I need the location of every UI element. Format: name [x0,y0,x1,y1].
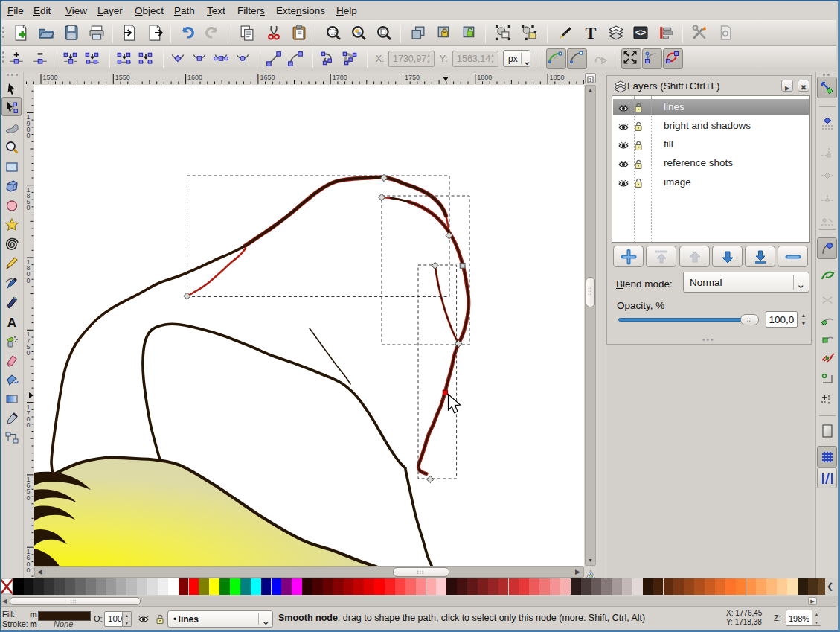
svg-text:1550: 1550 [115,74,130,81]
svg-text:1600: 1600 [187,74,202,81]
svg-text:1: 1 [589,77,592,83]
svg-text:T: T [586,25,597,41]
svg-text:0: 0 [27,204,31,211]
svg-text:0: 0 [27,421,31,429]
svg-text:0: 0 [27,277,31,284]
svg-text:0: 0 [27,349,31,357]
svg-text:0: 0 [27,494,31,502]
svg-text:1700: 1700 [333,74,347,81]
svg-text:1850: 1850 [550,74,565,81]
svg-text:1500: 1500 [43,74,58,81]
svg-text:0: 0 [27,566,31,574]
svg-text:1800: 1800 [477,74,492,81]
svg-text:1650: 1650 [260,74,275,81]
svg-text:<>: <> [635,28,646,38]
svg-text:0: 0 [27,132,31,139]
svg-text:A: A [7,316,16,330]
svg-text:1750: 1750 [405,74,420,81]
